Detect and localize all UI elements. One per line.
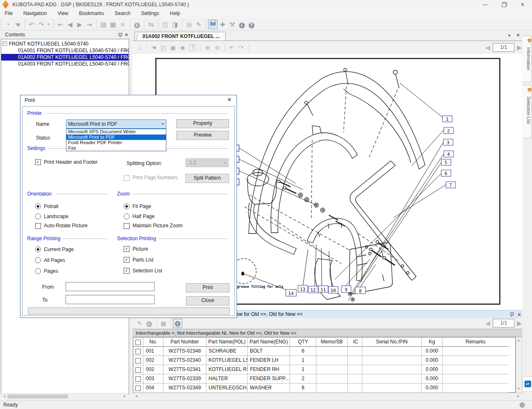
row-checkbox[interactable] [135,367,141,373]
callout-4[interactable]: 4 [444,151,453,157]
tree-item-01A003[interactable]: 01A003 FRONT KOTFLUEGEL L5040-5740 / FRO… [1,61,129,67]
zoom-document-icon[interactable]: ◫ [160,20,170,29]
first-page-icon[interactable]: ⇤ [56,20,65,29]
image-view-icon[interactable]: ▦ [108,20,118,29]
remote-access-icon[interactable]: ⇄ [522,376,532,392]
row-checkbox[interactable] [135,376,141,382]
tab-selection-list[interactable]: Selection List [523,85,532,138]
menu-navigation[interactable]: Navigation [19,9,52,18]
callout-14[interactable]: 14 [286,290,296,296]
redo-icon[interactable]: ↷ [36,20,46,29]
row-checkbox[interactable] [135,386,141,391]
menu-bookmarks[interactable]: Bookmarks [74,9,109,18]
col-serial[interactable]: Serial No./PIN [362,338,422,347]
text-select-icon[interactable]: T [190,44,196,51]
callout-1[interactable]: 1 [443,116,452,122]
callout-9[interactable]: 9 [341,286,351,292]
history-dropdown-icon[interactable]: ▾ [46,20,51,29]
rotate-left-icon[interactable]: ↶ [227,43,236,52]
tree-item-01A001[interactable]: 01A001 FRONT KOTFLUEGEL L5040-5740 / FRO… [1,47,129,54]
parts-list-checkbox[interactable]: ✓ [124,257,130,263]
prev-diagram-icon[interactable]: ◀ [483,44,493,51]
tree-item-01A002-selected[interactable]: 01A002 FRONT KOTFLUEGEL L5040-5740 / FRO… [1,54,129,61]
zoom-in-icon[interactable]: ⊕ [203,43,212,52]
rotate-right-icon[interactable]: ↷ [237,43,246,52]
next-table-page-icon[interactable]: ▶ [514,320,524,327]
callout-13[interactable]: 13 [298,285,308,292]
table-row-002lh[interactable]: 002 W27TS-02340 KOTFLUEGEL LS FENDER LH … [133,356,509,365]
all-pages-radio[interactable] [35,257,41,263]
table-row-003[interactable]: 003 W27TS-02339 HALTER FENDER SUPP... 2 … [133,374,509,384]
close-dialog-button[interactable]: Close [186,296,229,305]
print-dialog-titlebar[interactable]: Print [20,95,237,105]
selection-list-checkbox[interactable]: ✓ [124,268,130,274]
menu-settings[interactable]: Settings [137,9,164,18]
prev-table-page-icon[interactable]: ◀ [483,320,493,327]
split-pattern-button[interactable]: Split Pattern [186,174,229,183]
zoom-out-icon[interactable]: ⊖ [213,43,222,52]
auto-rotate-checkbox[interactable] [35,223,41,229]
half-page-radio[interactable] [124,213,130,219]
annotate-pen-icon[interactable]: ✎ [194,20,204,29]
tab-information[interactable]: Information [523,36,532,82]
pin-icon[interactable] [510,312,514,317]
interchange-info-icon[interactable]: i [173,319,182,328]
header-footer-checkbox[interactable]: ✓ [35,159,41,165]
menu-file[interactable]: File [0,9,17,18]
list-view-icon[interactable]: ≡ [118,20,127,29]
collapse-icon[interactable] [3,41,7,46]
minimize-button[interactable]: — [476,0,494,9]
col-memo[interactable]: Memo/SB [316,338,348,347]
edit-pen-icon[interactable]: ✎ [135,319,144,328]
landscape-radio[interactable] [35,213,41,219]
print-icon[interactable] [208,20,218,29]
document-tab[interactable]: 01A002 FRONT KOTFLUEGEL ... [135,32,226,41]
portrait-radio-selected[interactable] [35,203,41,209]
col-remarks[interactable]: Remarks [443,338,509,347]
callout-8[interactable]: 8 [355,287,366,294]
fit-page-icon[interactable]: ▣ [168,43,178,52]
callout-11[interactable]: 11 [318,286,328,292]
col-name-pol[interactable]: Part Name(POL) [206,338,248,347]
table-row-001[interactable]: 001 W27TS-02348 SCHRAUBE BOLT 6 0.000 [133,347,509,356]
col-kg[interactable]: Kg [422,338,443,347]
current-page-radio-selected[interactable] [35,246,41,252]
undo-icon[interactable]: ↶ [27,20,36,29]
callout-7[interactable]: 7 [446,182,456,188]
scroll-left-icon[interactable]: ◄ [2,394,7,399]
printer-option-pdf-selected[interactable]: Microsoft Print to PDF [66,135,166,140]
information-view-icon[interactable]: i [132,20,142,29]
add-stamp-icon[interactable]: ✚ [218,20,227,29]
col-ic[interactable]: IC [348,338,362,347]
menu-help[interactable]: Help [165,9,185,18]
print-button[interactable]: Print [186,283,229,292]
property-button[interactable]: Property [176,119,229,128]
printer-option-foxit[interactable]: Foxit Reader PDF Printer [66,140,166,145]
picture-checkbox[interactable]: ✓ [124,246,130,252]
callout-2[interactable]: 2 [444,127,453,134]
pan-hand-icon[interactable]: ☚ [149,43,158,52]
hand-select-icon[interactable]: ☚ [13,20,22,29]
to-input[interactable] [66,295,155,304]
page-view-icon[interactable]: ▤ [99,20,108,29]
callout-12[interactable]: 12 [308,286,318,293]
select-all-header[interactable] [133,338,143,347]
scrollbar-thumb[interactable] [8,394,68,399]
callout-5[interactable]: 5 [441,159,451,165]
tab-list-dropdown-icon[interactable]: ▾ [508,33,510,38]
header-checkbox[interactable] [135,340,141,345]
scroll-right-icon[interactable]: ► [122,394,127,399]
callout-10[interactable]: 10 [328,287,338,293]
next-page-icon[interactable]: ▶ [75,20,84,29]
tools-icon[interactable]: ⚒ [227,20,237,29]
table-vertical-scrollbar[interactable]: ▲ ▼ [516,337,522,393]
callout-6[interactable]: 6 [441,170,451,176]
pin-icon[interactable] [118,33,122,38]
row-checkbox[interactable] [135,349,141,354]
col-part-number[interactable]: Part Number [163,338,206,347]
col-no[interactable]: No. [143,338,163,347]
open-catalog-icon[interactable]: ◔ [3,20,13,29]
from-input[interactable] [66,282,155,291]
printer-option-fax[interactable]: Fax [66,145,166,151]
table-row-002rh[interactable]: 002 W27TS-02341 KOTFLUEGEL RS FENDER RH … [133,365,509,374]
